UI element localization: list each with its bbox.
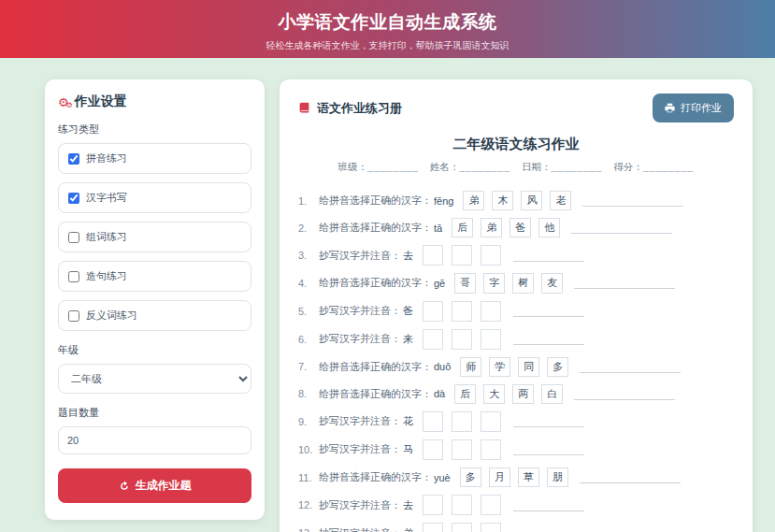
question-row: 3. 抄写汉字并注音： 去 <box>298 245 734 266</box>
question-key: yuè <box>434 472 451 483</box>
option-box: 老 <box>550 191 571 210</box>
worksheet-meta-blank: ________ <box>552 161 603 172</box>
exercise-type-option[interactable]: 汉字书写 <box>58 182 251 213</box>
grade-select[interactable]: 二年级 <box>58 364 251 394</box>
option-box: 多 <box>547 357 568 377</box>
exercise-type-option[interactable]: 造句练习 <box>58 261 251 292</box>
question-prompt: 给拼音选择正确的汉字： <box>319 470 432 484</box>
question-prompt: 抄写汉字并注音： <box>319 442 401 456</box>
write-box <box>423 523 443 532</box>
option-box: 风 <box>521 191 542 210</box>
exercise-type-checkbox[interactable] <box>68 153 79 165</box>
question-number: 5. <box>298 306 319 317</box>
question-number: 2. <box>298 223 319 234</box>
write-box <box>481 495 501 515</box>
worksheet-meta-field: 日期：________ <box>522 161 602 174</box>
answer-blank <box>513 250 584 262</box>
write-box <box>452 439 472 460</box>
question-key: 爸 <box>403 304 413 318</box>
worksheet-meta-label: 姓名： <box>430 161 460 172</box>
question-key: 去 <box>403 249 413 263</box>
question-boxes: 多月草朋 <box>460 467 576 487</box>
answer-blank <box>574 388 675 400</box>
option-box: 朋 <box>547 467 568 487</box>
worksheet-meta-field: 得分：________ <box>613 161 694 174</box>
option-box: 弟 <box>481 218 502 237</box>
question-number: 12. <box>298 499 319 510</box>
question-boxes <box>423 439 509 460</box>
exercise-type-checkbox[interactable] <box>68 232 79 243</box>
worksheet-panel-title: 语文作业练习册 <box>298 100 402 117</box>
app-subtitle: 轻松生成各种语文作业，支持打印，帮助孩子巩固语文知识 <box>0 39 775 52</box>
option-box: 大 <box>483 384 505 404</box>
option-box: 他 <box>538 218 560 237</box>
option-box: 后 <box>454 384 476 404</box>
question-count-input[interactable] <box>58 426 251 454</box>
write-box <box>452 495 472 515</box>
exercise-type-checkbox[interactable] <box>68 271 79 282</box>
question-boxes: 哥字树友 <box>454 273 570 293</box>
settings-panel: ⚙⚙ 作业设置 练习类型 拼音练习 汉字书写 组词练习 造句练习 反义词练习 年… <box>45 79 265 520</box>
book-icon <box>298 102 310 114</box>
exercise-type-option[interactable]: 组词练习 <box>58 222 251 252</box>
question-key: 去 <box>403 498 413 512</box>
option-box: 弟 <box>463 191 484 210</box>
question-row: 8. 给拼音选择正确的汉字： dà 后大两白 <box>298 384 734 404</box>
worksheet-meta-blank: ________ <box>367 161 419 172</box>
exercise-type-option[interactable]: 反义词练习 <box>58 300 251 331</box>
answer-blank <box>513 527 584 532</box>
exercise-type-checkbox[interactable] <box>68 193 79 204</box>
question-prompt: 抄写汉字并注音： <box>319 304 401 318</box>
option-box: 两 <box>512 384 534 404</box>
exercise-type-option[interactable]: 拼音练习 <box>58 143 251 174</box>
exercise-type-label: 汉字书写 <box>86 191 127 205</box>
worksheet-meta-label: 得分： <box>613 161 643 172</box>
question-prompt: 抄写汉字并注音： <box>319 332 401 346</box>
question-number: 6. <box>298 334 319 345</box>
option-box: 白 <box>541 384 563 404</box>
refresh-icon <box>119 481 130 492</box>
answer-blank <box>582 194 683 207</box>
exercise-type-checkbox[interactable] <box>68 310 79 322</box>
printer-icon <box>665 103 675 113</box>
exercise-type-section-label: 练习类型 <box>58 122 251 137</box>
question-prompt: 给拼音选择正确的汉字： <box>319 387 432 401</box>
option-box: 后 <box>452 218 473 237</box>
question-boxes <box>423 411 509 432</box>
option-box: 师 <box>460 357 481 377</box>
question-boxes: 师学同多 <box>460 357 576 377</box>
question-boxes: 后弟爸他 <box>452 218 567 237</box>
option-box: 哥 <box>454 273 476 293</box>
question-prompt: 抄写汉字并注音： <box>319 249 401 263</box>
question-key: 马 <box>403 442 413 456</box>
write-box <box>423 411 443 432</box>
worksheet-meta-field: 姓名：________ <box>430 161 510 174</box>
worksheet-meta-blank: ________ <box>459 161 510 172</box>
worksheet-meta-label: 日期： <box>522 161 552 172</box>
question-number: 10. <box>298 444 319 455</box>
worksheet-title: 二年级语文练习作业 <box>298 136 734 153</box>
question-count-label: 题目数量 <box>58 406 251 420</box>
question-number: 11. <box>298 472 319 483</box>
question-number: 8. <box>298 388 319 399</box>
generate-button[interactable]: 生成作业题 <box>58 468 251 503</box>
print-button[interactable]: 打印作业 <box>653 93 734 122</box>
answer-blank <box>513 305 584 317</box>
option-box: 月 <box>489 467 510 487</box>
question-row: 11. 给拼音选择正确的汉字： yuè 多月草朋 <box>298 467 734 487</box>
question-key: 弟 <box>403 526 413 532</box>
content-area: ⚙⚙ 作业设置 练习类型 拼音练习 汉字书写 组词练习 造句练习 反义词练习 年… <box>0 58 775 532</box>
question-number: 13. <box>298 527 319 532</box>
question-prompt: 抄写汉字并注音： <box>319 498 401 512</box>
question-row: 9. 抄写汉字并注音： 花 <box>298 411 734 432</box>
app-header: 小学语文作业自动生成系统 轻松生成各种语文作业，支持打印，帮助孩子巩固语文知识 <box>0 0 775 58</box>
write-box <box>452 301 472 322</box>
app-title: 小学语文作业自动生成系统 <box>0 10 775 35</box>
worksheet-meta-field: 班级：________ <box>338 161 419 174</box>
question-key: dà <box>434 388 445 399</box>
question-prompt: 抄写汉字并注音： <box>319 526 401 532</box>
question-prompt: 给拼音选择正确的汉字： <box>319 360 432 374</box>
question-key: tā <box>434 223 442 234</box>
write-box <box>481 329 501 350</box>
question-prompt: 给拼音选择正确的汉字： <box>319 276 432 290</box>
